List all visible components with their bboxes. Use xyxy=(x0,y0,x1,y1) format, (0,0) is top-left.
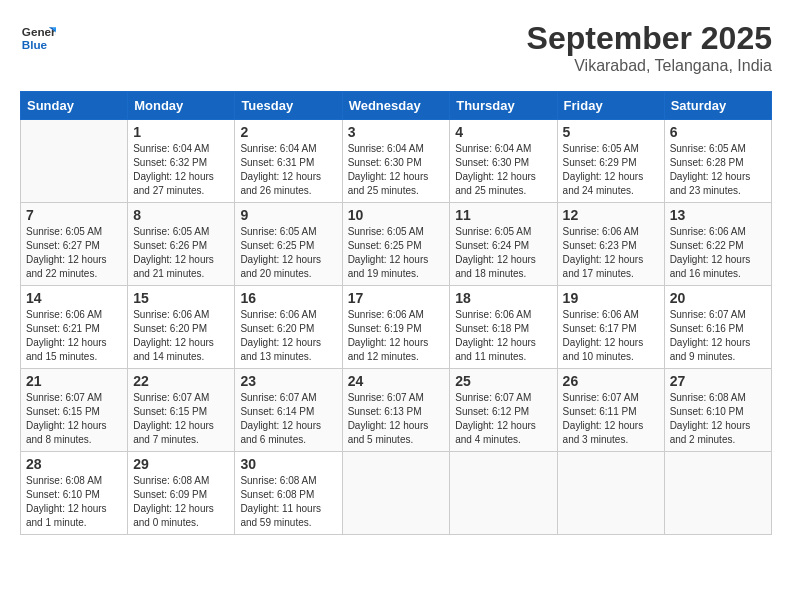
calendar-cell: 26Sunrise: 6:07 AM Sunset: 6:11 PM Dayli… xyxy=(557,369,664,452)
logo: General Blue xyxy=(20,20,56,56)
day-number: 9 xyxy=(240,207,336,223)
day-number: 16 xyxy=(240,290,336,306)
day-number: 2 xyxy=(240,124,336,140)
day-number: 23 xyxy=(240,373,336,389)
day-detail: Sunrise: 6:05 AM Sunset: 6:25 PM Dayligh… xyxy=(240,225,336,281)
column-header-friday: Friday xyxy=(557,92,664,120)
month-title: September 2025 xyxy=(527,20,772,57)
day-detail: Sunrise: 6:04 AM Sunset: 6:30 PM Dayligh… xyxy=(455,142,551,198)
day-detail: Sunrise: 6:07 AM Sunset: 6:14 PM Dayligh… xyxy=(240,391,336,447)
day-detail: Sunrise: 6:05 AM Sunset: 6:27 PM Dayligh… xyxy=(26,225,122,281)
calendar-cell: 29Sunrise: 6:08 AM Sunset: 6:09 PM Dayli… xyxy=(128,452,235,535)
svg-text:Blue: Blue xyxy=(22,38,48,51)
day-number: 4 xyxy=(455,124,551,140)
day-detail: Sunrise: 6:05 AM Sunset: 6:24 PM Dayligh… xyxy=(455,225,551,281)
day-detail: Sunrise: 6:07 AM Sunset: 6:12 PM Dayligh… xyxy=(455,391,551,447)
day-detail: Sunrise: 6:04 AM Sunset: 6:31 PM Dayligh… xyxy=(240,142,336,198)
day-number: 15 xyxy=(133,290,229,306)
calendar-cell: 3Sunrise: 6:04 AM Sunset: 6:30 PM Daylig… xyxy=(342,120,450,203)
calendar-cell: 21Sunrise: 6:07 AM Sunset: 6:15 PM Dayli… xyxy=(21,369,128,452)
day-detail: Sunrise: 6:06 AM Sunset: 6:22 PM Dayligh… xyxy=(670,225,766,281)
calendar-cell: 25Sunrise: 6:07 AM Sunset: 6:12 PM Dayli… xyxy=(450,369,557,452)
calendar-cell: 5Sunrise: 6:05 AM Sunset: 6:29 PM Daylig… xyxy=(557,120,664,203)
calendar-cell: 6Sunrise: 6:05 AM Sunset: 6:28 PM Daylig… xyxy=(664,120,771,203)
calendar-table: SundayMondayTuesdayWednesdayThursdayFrid… xyxy=(20,91,772,535)
day-detail: Sunrise: 6:05 AM Sunset: 6:29 PM Dayligh… xyxy=(563,142,659,198)
day-detail: Sunrise: 6:06 AM Sunset: 6:17 PM Dayligh… xyxy=(563,308,659,364)
calendar-cell: 12Sunrise: 6:06 AM Sunset: 6:23 PM Dayli… xyxy=(557,203,664,286)
calendar-cell xyxy=(21,120,128,203)
logo-icon: General Blue xyxy=(20,20,56,56)
day-number: 25 xyxy=(455,373,551,389)
day-number: 20 xyxy=(670,290,766,306)
calendar-cell: 10Sunrise: 6:05 AM Sunset: 6:25 PM Dayli… xyxy=(342,203,450,286)
day-number: 13 xyxy=(670,207,766,223)
day-number: 5 xyxy=(563,124,659,140)
calendar-cell: 19Sunrise: 6:06 AM Sunset: 6:17 PM Dayli… xyxy=(557,286,664,369)
column-header-monday: Monday xyxy=(128,92,235,120)
day-detail: Sunrise: 6:07 AM Sunset: 6:11 PM Dayligh… xyxy=(563,391,659,447)
calendar-cell xyxy=(557,452,664,535)
day-number: 14 xyxy=(26,290,122,306)
week-row-2: 7Sunrise: 6:05 AM Sunset: 6:27 PM Daylig… xyxy=(21,203,772,286)
calendar-cell xyxy=(342,452,450,535)
day-number: 6 xyxy=(670,124,766,140)
header-row: SundayMondayTuesdayWednesdayThursdayFrid… xyxy=(21,92,772,120)
day-number: 18 xyxy=(455,290,551,306)
calendar-cell: 23Sunrise: 6:07 AM Sunset: 6:14 PM Dayli… xyxy=(235,369,342,452)
day-detail: Sunrise: 6:06 AM Sunset: 6:21 PM Dayligh… xyxy=(26,308,122,364)
week-row-1: 1Sunrise: 6:04 AM Sunset: 6:32 PM Daylig… xyxy=(21,120,772,203)
day-number: 24 xyxy=(348,373,445,389)
day-number: 26 xyxy=(563,373,659,389)
title-block: September 2025 Vikarabad, Telangana, Ind… xyxy=(527,20,772,75)
day-number: 27 xyxy=(670,373,766,389)
calendar-cell: 22Sunrise: 6:07 AM Sunset: 6:15 PM Dayli… xyxy=(128,369,235,452)
calendar-cell: 15Sunrise: 6:06 AM Sunset: 6:20 PM Dayli… xyxy=(128,286,235,369)
day-detail: Sunrise: 6:06 AM Sunset: 6:20 PM Dayligh… xyxy=(240,308,336,364)
column-header-sunday: Sunday xyxy=(21,92,128,120)
calendar-cell: 11Sunrise: 6:05 AM Sunset: 6:24 PM Dayli… xyxy=(450,203,557,286)
day-detail: Sunrise: 6:04 AM Sunset: 6:30 PM Dayligh… xyxy=(348,142,445,198)
calendar-cell: 13Sunrise: 6:06 AM Sunset: 6:22 PM Dayli… xyxy=(664,203,771,286)
calendar-cell: 8Sunrise: 6:05 AM Sunset: 6:26 PM Daylig… xyxy=(128,203,235,286)
day-detail: Sunrise: 6:06 AM Sunset: 6:19 PM Dayligh… xyxy=(348,308,445,364)
day-detail: Sunrise: 6:08 AM Sunset: 6:08 PM Dayligh… xyxy=(240,474,336,530)
day-detail: Sunrise: 6:07 AM Sunset: 6:16 PM Dayligh… xyxy=(670,308,766,364)
calendar-cell: 1Sunrise: 6:04 AM Sunset: 6:32 PM Daylig… xyxy=(128,120,235,203)
day-detail: Sunrise: 6:06 AM Sunset: 6:23 PM Dayligh… xyxy=(563,225,659,281)
day-number: 3 xyxy=(348,124,445,140)
calendar-cell: 24Sunrise: 6:07 AM Sunset: 6:13 PM Dayli… xyxy=(342,369,450,452)
day-number: 21 xyxy=(26,373,122,389)
day-detail: Sunrise: 6:04 AM Sunset: 6:32 PM Dayligh… xyxy=(133,142,229,198)
day-detail: Sunrise: 6:07 AM Sunset: 6:13 PM Dayligh… xyxy=(348,391,445,447)
column-header-wednesday: Wednesday xyxy=(342,92,450,120)
calendar-cell: 16Sunrise: 6:06 AM Sunset: 6:20 PM Dayli… xyxy=(235,286,342,369)
calendar-cell: 18Sunrise: 6:06 AM Sunset: 6:18 PM Dayli… xyxy=(450,286,557,369)
svg-text:General: General xyxy=(22,25,56,38)
day-detail: Sunrise: 6:08 AM Sunset: 6:09 PM Dayligh… xyxy=(133,474,229,530)
day-number: 28 xyxy=(26,456,122,472)
week-row-3: 14Sunrise: 6:06 AM Sunset: 6:21 PM Dayli… xyxy=(21,286,772,369)
page-header: General Blue September 2025 Vikarabad, T… xyxy=(20,20,772,75)
location-title: Vikarabad, Telangana, India xyxy=(527,57,772,75)
day-detail: Sunrise: 6:06 AM Sunset: 6:18 PM Dayligh… xyxy=(455,308,551,364)
day-detail: Sunrise: 6:05 AM Sunset: 6:28 PM Dayligh… xyxy=(670,142,766,198)
day-number: 19 xyxy=(563,290,659,306)
column-header-thursday: Thursday xyxy=(450,92,557,120)
day-number: 12 xyxy=(563,207,659,223)
calendar-cell: 17Sunrise: 6:06 AM Sunset: 6:19 PM Dayli… xyxy=(342,286,450,369)
day-detail: Sunrise: 6:06 AM Sunset: 6:20 PM Dayligh… xyxy=(133,308,229,364)
calendar-cell: 9Sunrise: 6:05 AM Sunset: 6:25 PM Daylig… xyxy=(235,203,342,286)
day-number: 11 xyxy=(455,207,551,223)
calendar-cell: 27Sunrise: 6:08 AM Sunset: 6:10 PM Dayli… xyxy=(664,369,771,452)
day-detail: Sunrise: 6:08 AM Sunset: 6:10 PM Dayligh… xyxy=(26,474,122,530)
calendar-cell: 28Sunrise: 6:08 AM Sunset: 6:10 PM Dayli… xyxy=(21,452,128,535)
day-number: 10 xyxy=(348,207,445,223)
day-number: 8 xyxy=(133,207,229,223)
calendar-cell: 7Sunrise: 6:05 AM Sunset: 6:27 PM Daylig… xyxy=(21,203,128,286)
day-number: 22 xyxy=(133,373,229,389)
day-number: 17 xyxy=(348,290,445,306)
day-detail: Sunrise: 6:05 AM Sunset: 6:25 PM Dayligh… xyxy=(348,225,445,281)
day-detail: Sunrise: 6:05 AM Sunset: 6:26 PM Dayligh… xyxy=(133,225,229,281)
day-number: 29 xyxy=(133,456,229,472)
